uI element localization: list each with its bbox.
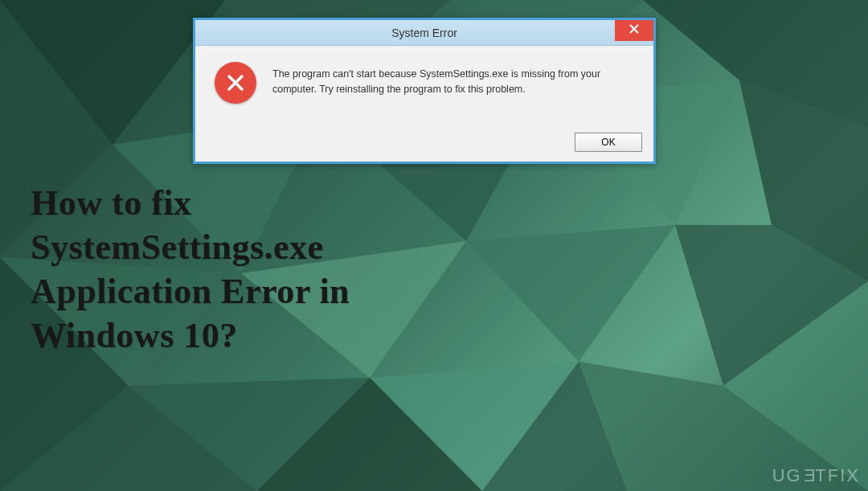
dialog-titlebar[interactable]: System Error xyxy=(195,20,653,46)
system-error-dialog: System Error The program can't start bec… xyxy=(193,18,656,164)
watermark-flip: E xyxy=(802,465,816,486)
ok-button[interactable]: OK xyxy=(575,133,642,152)
watermark-prefix: UG xyxy=(772,465,802,485)
article-headline: How to fix SystemSettings.exe Applicatio… xyxy=(31,181,350,358)
dialog-footer: OK xyxy=(195,126,653,162)
dialog-title: System Error xyxy=(391,27,457,39)
watermark-logo: UGETFIX xyxy=(772,465,860,486)
close-button[interactable] xyxy=(615,20,653,41)
dialog-message: The program can't start because SystemSe… xyxy=(272,62,634,97)
watermark-suffix: TFIX xyxy=(815,465,860,485)
dialog-body: The program can't start because SystemSe… xyxy=(195,46,653,126)
error-icon xyxy=(215,62,256,104)
svg-marker-11 xyxy=(466,225,675,362)
close-icon xyxy=(628,23,640,38)
